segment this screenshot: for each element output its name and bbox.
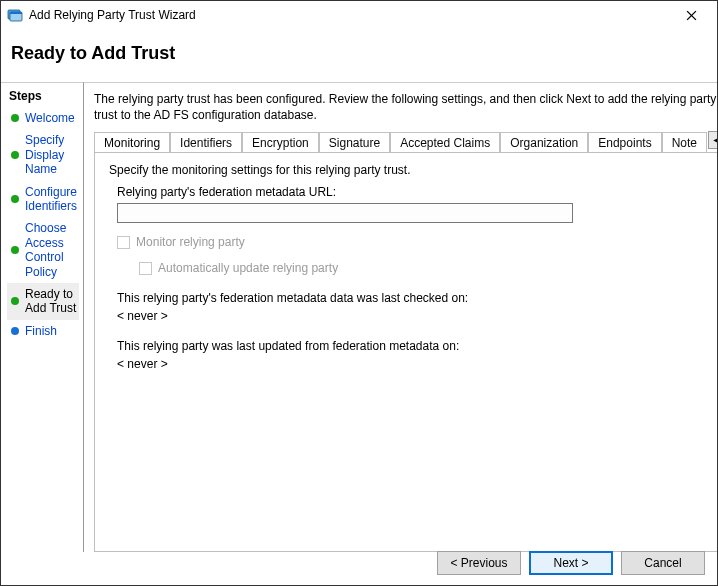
step-finish[interactable]: Finish (7, 320, 79, 342)
tab-scroll-left[interactable]: ◄ (708, 131, 718, 149)
step-ready-to-add-trust[interactable]: Ready to Add Trust (7, 283, 79, 320)
step-bullet-icon (11, 195, 19, 203)
last-updated-label: This relying party was last updated from… (117, 339, 718, 353)
step-specify-display-name[interactable]: Specify Display Name (7, 129, 79, 180)
titlebar: Add Relying Party Trust Wizard (1, 1, 717, 29)
previous-button[interactable]: < Previous (437, 551, 521, 575)
steps-heading: Steps (7, 89, 79, 103)
monitor-label: Monitor relying party (136, 235, 245, 249)
tabs-wrap: Monitoring Identifiers Encryption Signat… (94, 131, 718, 552)
step-label: Specify Display Name (25, 133, 77, 176)
tab-organization[interactable]: Organization (500, 132, 588, 152)
step-label: Ready to Add Trust (25, 287, 77, 316)
step-bullet-icon (11, 297, 19, 305)
cancel-button[interactable]: Cancel (621, 551, 705, 575)
tab-monitoring[interactable]: Monitoring (94, 132, 170, 152)
auto-update-label: Automatically update relying party (158, 261, 338, 275)
main-panel: The relying party trust has been configu… (83, 82, 718, 552)
tabs: Monitoring Identifiers Encryption Signat… (94, 131, 718, 152)
page-title: Ready to Add Trust (11, 43, 707, 64)
metadata-url-label: Relying party's federation metadata URL: (117, 185, 718, 199)
step-bullet-icon (11, 327, 19, 335)
monitoring-subhead: Specify the monitoring settings for this… (109, 163, 718, 177)
header: Ready to Add Trust (1, 29, 717, 82)
step-configure-identifiers[interactable]: Configure Identifiers (7, 181, 79, 218)
step-label: Choose Access Control Policy (25, 221, 77, 279)
step-label: Finish (25, 324, 57, 338)
close-button[interactable] (671, 3, 711, 27)
step-label: Welcome (25, 111, 75, 125)
last-checked-label: This relying party's federation metadata… (117, 291, 718, 305)
step-welcome[interactable]: Welcome (7, 107, 79, 129)
last-updated-value: < never > (117, 357, 718, 371)
monitor-relying-party-checkbox: Monitor relying party (117, 235, 718, 249)
step-bullet-icon (11, 114, 19, 122)
svg-rect-2 (10, 12, 22, 14)
checkbox-icon (117, 236, 130, 249)
checkbox-icon (139, 262, 152, 275)
tab-endpoints[interactable]: Endpoints (588, 132, 661, 152)
tab-identifiers[interactable]: Identifiers (170, 132, 242, 152)
next-button[interactable]: Next > (529, 551, 613, 575)
wizard-icon (7, 7, 23, 23)
tab-accepted-claims[interactable]: Accepted Claims (390, 132, 500, 152)
step-bullet-icon (11, 246, 19, 254)
intro-text: The relying party trust has been configu… (94, 91, 718, 123)
step-bullet-icon (11, 151, 19, 159)
auto-update-checkbox: Automatically update relying party (139, 261, 718, 275)
step-choose-access-control-policy[interactable]: Choose Access Control Policy (7, 217, 79, 283)
step-label: Configure Identifiers (25, 185, 77, 214)
metadata-url-input[interactable] (117, 203, 573, 223)
tab-body-monitoring: Specify the monitoring settings for this… (94, 152, 718, 552)
button-row: < Previous Next > Cancel (437, 551, 705, 575)
window-title: Add Relying Party Trust Wizard (29, 8, 671, 22)
tab-signature[interactable]: Signature (319, 132, 390, 152)
last-checked-value: < never > (117, 309, 718, 323)
tab-notes[interactable]: Note (662, 132, 707, 152)
tab-encryption[interactable]: Encryption (242, 132, 319, 152)
tab-scroll: ◄ ► (708, 131, 718, 149)
steps-sidebar: Steps Welcome Specify Display Name Confi… (1, 82, 83, 552)
